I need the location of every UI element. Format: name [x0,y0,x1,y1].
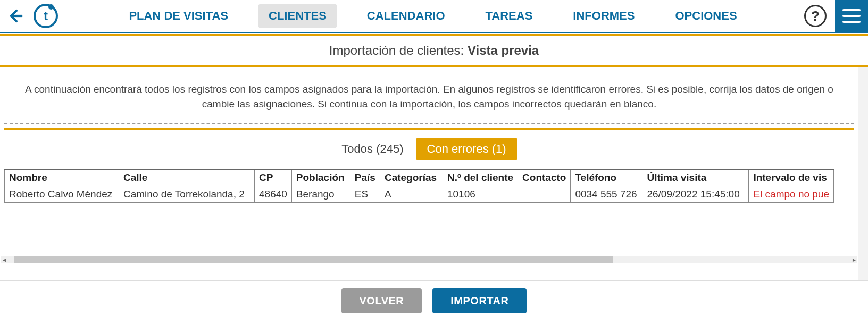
horizontal-scrollbar[interactable]: ◄ ► [1,256,857,263]
page-title-prefix: Importación de clientes: [329,43,468,57]
help-button[interactable]: ? [804,5,827,27]
table-cell: A [380,186,443,203]
column-header[interactable]: Contacto [518,169,571,186]
back-action-button[interactable]: VOLVER [341,288,422,313]
table-cell: ES [350,186,380,203]
column-header[interactable]: Calle [119,169,255,186]
filter-all[interactable]: Todos (245) [341,142,403,156]
nav-tabs: PLAN DE VISITASCLIENTESCALENDARIOTAREASI… [62,4,804,28]
nav-tab-calendario[interactable]: CALENDARIO [356,4,456,28]
table-row[interactable]: Roberto Calvo MéndezCamino de Torrekolan… [5,186,834,203]
table-header-row: NombreCalleCPPoblaciónPaísCategoríasN.º … [5,169,834,186]
nav-tab-plan-de-visitas[interactable]: PLAN DE VISITAS [118,4,239,28]
filter-errors[interactable]: Con errores (1) [416,138,517,160]
main-content: A continuación encontrará todos los regi… [0,67,868,280]
hamburger-icon [842,9,861,11]
nav-tab-informes[interactable]: INFORMES [562,4,645,28]
nav-tab-clientes[interactable]: CLIENTES [258,4,337,28]
table-cell: Camino de Torrekolanda, 2 [119,186,255,203]
column-header[interactable]: Teléfono [571,169,642,186]
import-action-button[interactable]: IMPORTAR [432,288,527,313]
table-cell: El campo no pue [749,186,834,203]
preview-table-container: NombreCalleCPPoblaciónPaísCategoríasN.º … [4,169,854,203]
table-cell: 0034 555 726 [571,186,642,203]
top-navigation: t PLAN DE VISITASCLIENTESCALENDARIOTAREA… [0,0,868,33]
help-icon: ? [811,8,820,24]
arrow-left-icon [6,7,24,25]
table-cell: 48640 [255,186,292,203]
column-header[interactable]: Población [291,169,350,186]
column-header[interactable]: N.º del cliente [443,169,518,186]
info-message: A continuación encontrará todos los regi… [0,67,858,121]
scroll-thumb[interactable] [14,256,613,263]
page-title-bar: Importación de clientes: Vista previa [0,34,868,67]
column-header[interactable]: CP [255,169,292,186]
scroll-right-arrow-icon[interactable]: ► [851,256,857,263]
column-header[interactable]: Nombre [5,169,119,186]
table-cell: Berango [291,186,350,203]
nav-tab-tareas[interactable]: TAREAS [475,4,544,28]
dashed-separator [4,123,854,124]
back-button[interactable] [0,7,30,25]
filter-row: Todos (245) Con errores (1) [0,130,858,169]
app-logo: t [30,4,62,28]
column-header[interactable]: Categorías [380,169,443,186]
column-header[interactable]: Intervalo de vis [749,169,834,186]
nav-tab-opciones[interactable]: OPCIONES [664,4,747,28]
table-cell [518,186,571,203]
table-cell: 10106 [443,186,518,203]
column-header[interactable]: País [350,169,380,186]
scroll-left-arrow-icon[interactable]: ◄ [1,256,7,263]
page-title-bold: Vista previa [468,43,539,57]
column-header[interactable]: Última visita [642,169,749,186]
table-cell: Roberto Calvo Méndez [5,186,119,203]
preview-table: NombreCalleCPPoblaciónPaísCategoríasN.º … [4,169,834,203]
footer-actions: VOLVER IMPORTAR [0,280,868,323]
hamburger-menu-button[interactable] [835,0,868,32]
table-cell: 26/09/2022 15:45:00 [642,186,749,203]
